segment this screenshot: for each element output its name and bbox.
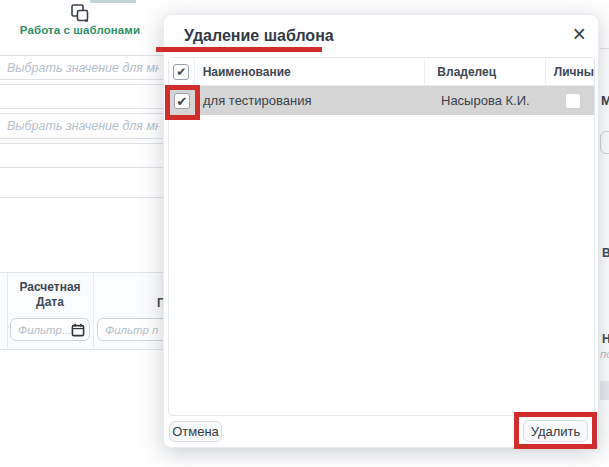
select-all-cell: ✔ [169, 58, 195, 85]
multiselect-input-2[interactable] [0, 84, 168, 109]
table-header-row: ✔ Наименование Владелец Личны [169, 58, 594, 86]
delete-button[interactable]: Удалить [523, 420, 588, 442]
row-owner-cell: Насырова К.И. [429, 86, 551, 115]
filters-table-header: Расчетная Дата П [0, 272, 166, 350]
column-divider [93, 273, 94, 349]
right-gray-fragment [600, 381, 609, 400]
personal-column-header: Личны [554, 65, 594, 79]
template-row[interactable]: ✔ для тестирования Насырова К.И. [169, 86, 594, 115]
row-personal-cell [551, 86, 594, 115]
check-icon: ✔ [176, 66, 186, 78]
right-divider-fragment [600, 48, 609, 49]
multiselect-input-3[interactable] [0, 113, 168, 139]
dialog-title: Удаление шаблона [184, 27, 334, 45]
right-input-fragment [600, 131, 609, 154]
personal-checkbox[interactable] [565, 93, 581, 109]
personal-column-header-cell: Личны [546, 58, 594, 85]
row-select-cell: ✔ [169, 86, 195, 115]
right-label-fragment-top: М [601, 93, 609, 108]
row-name-cell: для тестирования [195, 86, 429, 115]
multiselect-input-4[interactable] [0, 143, 168, 168]
select-all-checkbox[interactable]: ✔ [173, 64, 189, 80]
name-column-header: Наименование [203, 65, 291, 79]
templates-table: ✔ Наименование Владелец Личны ✔ для тест… [168, 57, 595, 416]
row-select-checkbox[interactable]: ✔ [174, 93, 190, 109]
template-owner: Насырова К.И. [441, 93, 530, 108]
right-label-fragment-mid: В [602, 246, 609, 260]
calendar-icon[interactable] [71, 323, 85, 337]
close-icon[interactable]: × [573, 21, 586, 47]
check-icon: ✔ [177, 95, 188, 108]
calc-date-column-header: Расчетная Дата [8, 280, 92, 310]
multiselect-input-1[interactable] [0, 55, 168, 80]
name-column-header-cell: Наименование [195, 58, 426, 85]
cancel-button[interactable]: Отмена [169, 421, 222, 442]
template-name: для тестирования [203, 93, 312, 108]
page: Работа с шаблонами Расчетная Дата П М В … [0, 0, 609, 467]
right-placeholder-fragment: по [600, 348, 609, 360]
section-divider [0, 197, 164, 198]
templates-button[interactable]: Работа с шаблонами [4, 1, 156, 43]
owner-column-header: Владелец [437, 65, 496, 79]
right-label-fragment-lower: Н [602, 332, 609, 346]
owner-column-header-cell: Владелец [425, 58, 545, 85]
templates-icon [70, 3, 90, 23]
delete-template-dialog: Удаление шаблона × ✔ Наименование Владел… [163, 14, 599, 448]
templates-button-label: Работа с шаблонами [4, 24, 156, 36]
date-filter-field[interactable] [10, 318, 90, 341]
